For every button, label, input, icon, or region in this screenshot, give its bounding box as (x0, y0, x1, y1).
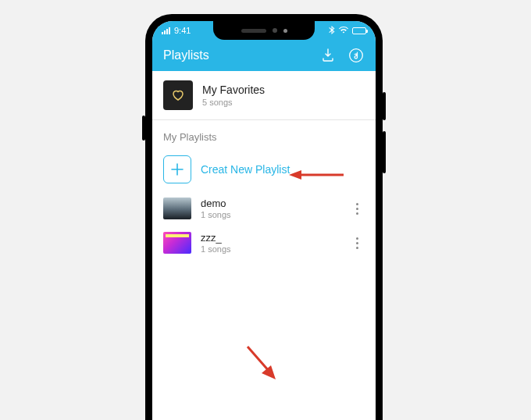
wifi-icon (339, 26, 348, 35)
favorites-row[interactable]: My Favorites 5 songs (152, 71, 376, 120)
playlist-subtitle: 1 songs (201, 210, 231, 219)
create-playlist-row[interactable]: Creat New Playlist (152, 148, 376, 191)
favorites-title: My Favorites (202, 84, 265, 96)
playlist-title: zzz_ (201, 232, 231, 244)
phone-frame: 9:41 Playlists (145, 14, 383, 420)
playlist-title: demo (201, 198, 231, 209)
more-options-button[interactable] (349, 203, 365, 215)
page-title: Playlists (163, 48, 209, 62)
favorites-thumb (163, 80, 193, 110)
download-button[interactable] (319, 47, 337, 64)
playlist-thumb (163, 198, 191, 219)
notch (213, 21, 315, 40)
playlist-subtitle: 1 songs (201, 244, 231, 254)
playlist-row[interactable]: demo 1 songs (152, 191, 376, 226)
section-my-playlists: My Playlists (152, 120, 376, 148)
more-options-button[interactable] (349, 237, 365, 249)
app-header: Playlists (152, 40, 376, 71)
favorites-subtitle: 5 songs (202, 98, 265, 107)
plus-icon (163, 155, 191, 183)
status-time: 9:41 (174, 26, 191, 35)
phone-side-button (383, 92, 386, 120)
phone-side-button (383, 131, 386, 173)
playlist-row[interactable]: zzz_ 1 songs (152, 226, 376, 260)
heart-icon (170, 87, 186, 103)
create-playlist-label: Creat New Playlist (201, 163, 290, 176)
screen: 9:41 Playlists (152, 21, 376, 420)
playlist-thumb (163, 232, 191, 254)
battery-icon (352, 27, 366, 34)
signal-icon (162, 27, 170, 34)
music-note-button[interactable] (347, 47, 365, 64)
bluetooth-icon (329, 26, 335, 36)
phone-side-button (142, 116, 145, 141)
